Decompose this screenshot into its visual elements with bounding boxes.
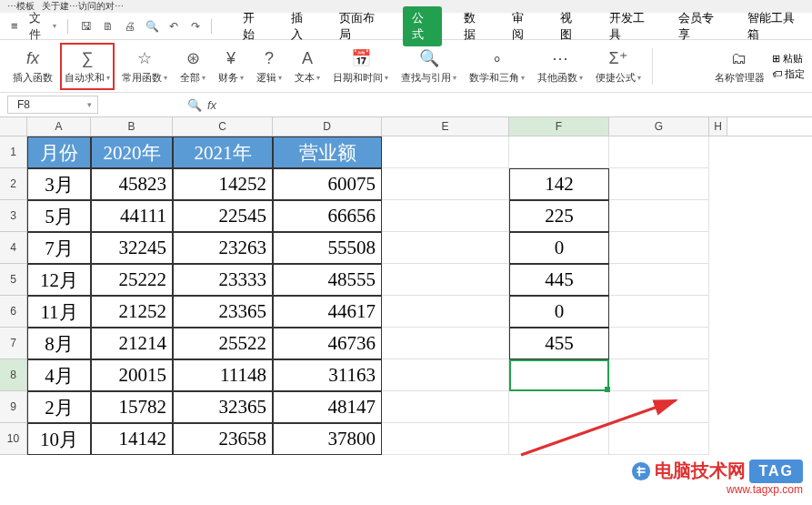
- cell-A10[interactable]: 10月: [27, 423, 91, 455]
- saveas-icon[interactable]: 🗎: [100, 18, 116, 35]
- cell-C6[interactable]: 23365: [173, 296, 273, 328]
- cell-B8[interactable]: 20015: [91, 359, 173, 391]
- redo-icon[interactable]: ↷: [187, 18, 204, 35]
- cell-E9[interactable]: [382, 391, 509, 423]
- cell-C3[interactable]: 22545: [173, 200, 273, 232]
- insert-function-button[interactable]: fx 插入函数: [7, 43, 58, 90]
- file-menu[interactable]: 文件 ▾: [25, 8, 60, 45]
- row-header[interactable]: 7: [0, 328, 27, 359]
- tab-data[interactable]: 数据: [458, 6, 490, 46]
- print-icon[interactable]: 🖨: [122, 18, 138, 35]
- cell-B2[interactable]: 45823: [91, 168, 173, 200]
- cell-D8[interactable]: 31163: [273, 359, 382, 391]
- cell-F8[interactable]: [509, 359, 609, 391]
- row-header[interactable]: 9: [0, 391, 27, 423]
- cell-A4[interactable]: 7月: [27, 232, 91, 264]
- cell-G6[interactable]: [609, 296, 709, 328]
- cell-D3[interactable]: 66656: [273, 200, 382, 232]
- cell-D2[interactable]: 60075: [273, 168, 382, 200]
- cell-B6[interactable]: 21252: [91, 296, 173, 328]
- cell-G5[interactable]: [609, 264, 709, 296]
- save-icon[interactable]: 🖫: [78, 18, 95, 35]
- cell-C9[interactable]: 32365: [173, 391, 273, 423]
- cell-E8[interactable]: [382, 359, 509, 391]
- cell-E5[interactable]: [382, 264, 509, 296]
- tab-member[interactable]: 会员专享: [673, 6, 726, 46]
- cell-D10[interactable]: 37800: [273, 423, 382, 455]
- cell-C1[interactable]: 2021年: [173, 136, 273, 168]
- cell-E4[interactable]: [382, 232, 509, 264]
- tab-review[interactable]: 审阅: [506, 6, 538, 46]
- name-manager-button[interactable]: 🗂 名称管理器: [709, 43, 770, 90]
- cell-F1[interactable]: [509, 136, 609, 168]
- cell-A6[interactable]: 11月: [27, 296, 91, 328]
- cell-D5[interactable]: 48555: [273, 264, 382, 296]
- cell-G8[interactable]: [609, 359, 709, 391]
- cell-E6[interactable]: [382, 296, 509, 328]
- cell-E10[interactable]: [382, 423, 509, 455]
- cell-C5[interactable]: 23333: [173, 264, 273, 296]
- paste-name-button[interactable]: ⊞ 粘贴: [772, 52, 805, 66]
- formula-bar[interactable]: 🔍 fx: [187, 98, 216, 112]
- tab-insert[interactable]: 插入: [286, 6, 317, 46]
- auto-sum-button[interactable]: ∑ 自动求和▾: [60, 43, 115, 90]
- col-header-G[interactable]: G: [609, 117, 709, 136]
- cell-B9[interactable]: 15782: [91, 391, 173, 423]
- row-header[interactable]: 8: [0, 359, 27, 391]
- cell-F7[interactable]: 455: [509, 328, 609, 359]
- cell-F2[interactable]: 142: [509, 168, 609, 200]
- cell-C4[interactable]: 23263: [173, 232, 273, 264]
- row-header[interactable]: 10: [0, 423, 27, 455]
- cell-D9[interactable]: 48147: [273, 391, 382, 423]
- cell-G1[interactable]: [609, 136, 709, 168]
- logic-button[interactable]: ? 逻辑▾: [251, 43, 287, 90]
- col-header-B[interactable]: B: [91, 117, 173, 136]
- cell-A7[interactable]: 8月: [27, 328, 91, 359]
- cell-A2[interactable]: 3月: [27, 168, 91, 200]
- col-header-D[interactable]: D: [273, 117, 382, 136]
- cell-F6[interactable]: 0: [509, 296, 609, 328]
- quick-formula-button[interactable]: Σ⁺ 便捷公式▾: [590, 43, 647, 90]
- cell-B10[interactable]: 14142: [91, 423, 173, 455]
- cell-D6[interactable]: 44617: [273, 296, 382, 328]
- tab-smarttools[interactable]: 智能工具箱: [742, 6, 806, 46]
- cell-G9[interactable]: [609, 391, 709, 423]
- cell-D4[interactable]: 55508: [273, 232, 382, 264]
- cell-A5[interactable]: 12月: [27, 264, 91, 296]
- cell-A8[interactable]: 4月: [27, 359, 91, 391]
- cell-F4[interactable]: 0: [509, 232, 609, 264]
- select-all-corner[interactable]: [0, 117, 27, 136]
- other-functions-button[interactable]: ⋯ 其他函数▾: [532, 43, 588, 90]
- col-header-F[interactable]: F: [509, 117, 609, 136]
- cell-B7[interactable]: 21214: [91, 328, 173, 359]
- tab-home[interactable]: 开始: [237, 6, 269, 46]
- cell-A1[interactable]: 月份: [27, 136, 91, 168]
- col-header-E[interactable]: E: [382, 117, 509, 136]
- cell-C10[interactable]: 23658: [173, 423, 273, 455]
- cell-D1[interactable]: 营业额: [273, 136, 382, 168]
- tab-formulas[interactable]: 公式: [403, 6, 442, 46]
- col-header-H[interactable]: H: [709, 117, 727, 136]
- cell-G2[interactable]: [609, 168, 709, 200]
- row-header[interactable]: 2: [0, 168, 27, 200]
- cell-C2[interactable]: 14252: [173, 168, 273, 200]
- cell-A3[interactable]: 5月: [27, 200, 91, 232]
- mathtrig-button[interactable]: ∘ 数学和三角▾: [464, 43, 530, 90]
- cell-B3[interactable]: 44111: [91, 200, 173, 232]
- common-functions-button[interactable]: ☆ 常用函数▾: [116, 43, 173, 90]
- tab-pagelayout[interactable]: 页面布局: [334, 6, 386, 46]
- row-header[interactable]: 6: [0, 296, 27, 328]
- row-header[interactable]: 3: [0, 200, 27, 232]
- cell-E2[interactable]: [382, 168, 509, 200]
- finance-button[interactable]: ¥ 财务▾: [213, 43, 249, 90]
- cell-F5[interactable]: 445: [509, 264, 609, 296]
- row-header[interactable]: 5: [0, 264, 27, 296]
- row-header[interactable]: 1: [0, 136, 27, 168]
- cell-G10[interactable]: [609, 423, 709, 455]
- cell-G4[interactable]: [609, 232, 709, 264]
- cell-D7[interactable]: 46736: [273, 328, 382, 359]
- cell-F3[interactable]: 225: [509, 200, 609, 232]
- cell-F9[interactable]: [509, 391, 609, 423]
- undo-icon[interactable]: ↶: [165, 18, 182, 35]
- col-header-A[interactable]: A: [27, 117, 91, 136]
